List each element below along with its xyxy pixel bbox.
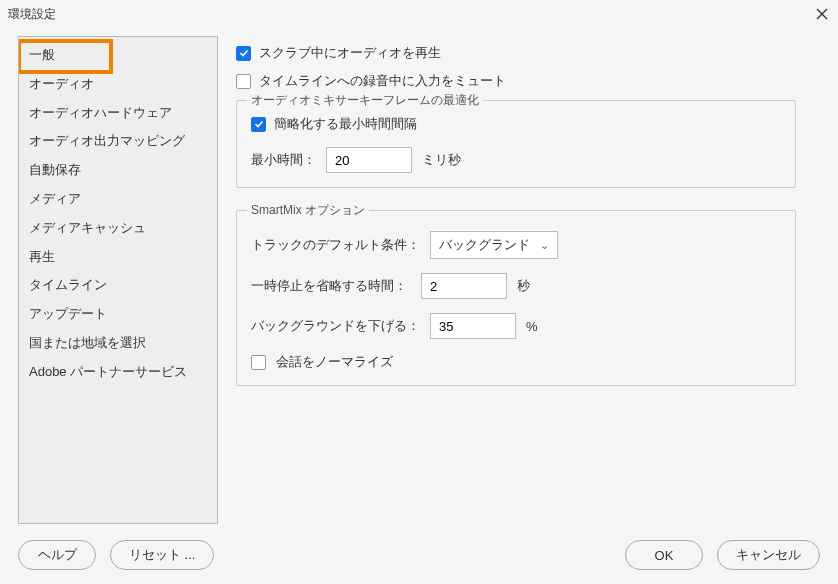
smartmix-legend: SmartMix オプション bbox=[247, 202, 369, 219]
sidebar-item-updates[interactable]: アップデート bbox=[19, 300, 217, 329]
chevron-down-icon: ⌄ bbox=[540, 239, 549, 252]
sidebar-item-audio-hardware[interactable]: オーディオハードウェア bbox=[19, 99, 217, 128]
bg-down-input[interactable] bbox=[430, 313, 516, 339]
track-default-select[interactable]: バックグランド ⌄ bbox=[430, 231, 558, 259]
sidebar-item-audio[interactable]: オーディオ bbox=[19, 70, 217, 99]
min-time-input[interactable] bbox=[326, 147, 412, 173]
min-time-label: 最小時間： bbox=[251, 151, 316, 169]
mute-input-checkbox[interactable] bbox=[236, 74, 251, 89]
cancel-button[interactable]: キャンセル bbox=[717, 540, 820, 570]
mixer-keyframe-group: オーディオミキサーキーフレームの最適化 簡略化する最小時間間隔 最小時間： ミリ… bbox=[236, 100, 796, 188]
sidebar-item-region[interactable]: 国または地域を選択 bbox=[19, 329, 217, 358]
track-default-value: バックグランド bbox=[439, 236, 530, 254]
sidebar-item-media[interactable]: メディア bbox=[19, 185, 217, 214]
ok-button[interactable]: OK bbox=[625, 540, 703, 570]
sidebar-item-general[interactable]: 一般 bbox=[19, 41, 217, 70]
main-panel: スクラブ中にオーディオを再生 タイムラインへの録音中に入力をミュート オーディオ… bbox=[236, 36, 824, 524]
help-button[interactable]: ヘルプ bbox=[18, 540, 96, 570]
reset-button[interactable]: リセット ... bbox=[110, 540, 214, 570]
sidebar-item-audio-output-mapping[interactable]: オーディオ出力マッピング bbox=[19, 127, 217, 156]
normalize-checkbox[interactable] bbox=[251, 355, 266, 370]
pause-skip-unit: 秒 bbox=[517, 277, 530, 295]
sidebar-item-timeline[interactable]: タイムライン bbox=[19, 271, 217, 300]
window-title: 環境設定 bbox=[8, 6, 56, 23]
pause-skip-label: 一時停止を省略する時間： bbox=[251, 277, 411, 295]
sidebar-item-media-cache[interactable]: メディアキャッシュ bbox=[19, 214, 217, 243]
close-icon[interactable] bbox=[814, 6, 830, 22]
mute-input-label: タイムラインへの録音中に入力をミュート bbox=[259, 72, 506, 90]
reduce-checkbox[interactable] bbox=[251, 117, 266, 132]
normalize-label: 会話をノーマライズ bbox=[276, 353, 393, 371]
scrub-audio-label: スクラブ中にオーディオを再生 bbox=[259, 44, 441, 62]
mixer-group-legend: オーディオミキサーキーフレームの最適化 bbox=[247, 92, 483, 109]
sidebar-item-auto-save[interactable]: 自動保存 bbox=[19, 156, 217, 185]
sidebar-item-playback[interactable]: 再生 bbox=[19, 243, 217, 272]
sidebar: 一般 オーディオ オーディオハードウェア オーディオ出力マッピング 自動保存 メ… bbox=[18, 36, 218, 524]
bg-down-label: バックグラウンドを下げる： bbox=[251, 317, 420, 335]
smartmix-group: SmartMix オプション トラックのデフォルト条件： バックグランド ⌄ 一… bbox=[236, 210, 796, 386]
track-default-label: トラックのデフォルト条件： bbox=[251, 236, 420, 254]
min-time-unit: ミリ秒 bbox=[422, 151, 461, 169]
sidebar-item-partner-services[interactable]: Adobe パートナーサービス bbox=[19, 358, 217, 387]
reduce-label: 簡略化する最小時間間隔 bbox=[274, 115, 417, 133]
scrub-audio-checkbox[interactable] bbox=[236, 46, 251, 61]
pause-skip-input[interactable] bbox=[421, 273, 507, 299]
bg-down-unit: % bbox=[526, 319, 538, 334]
